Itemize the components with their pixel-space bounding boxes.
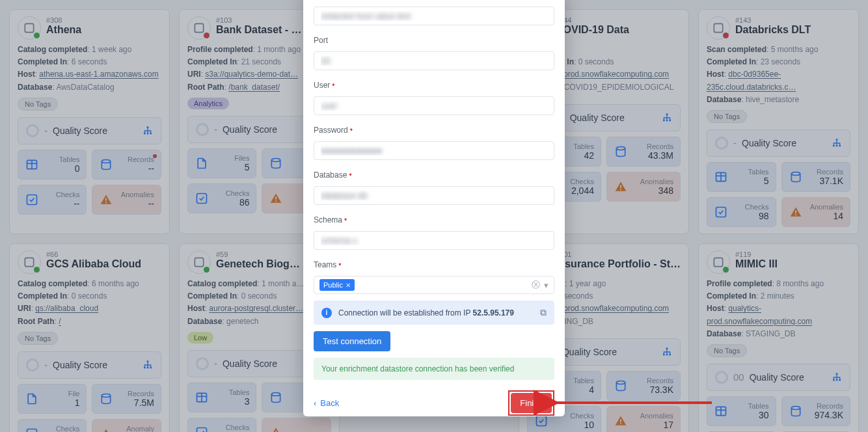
password-label: Password• [314, 126, 554, 135]
password-input[interactable] [314, 141, 554, 160]
database-input[interactable] [314, 186, 554, 205]
copy-icon[interactable]: ⧉ [540, 307, 547, 318]
database-label: Database• [314, 170, 554, 180]
finish-highlight: Finish [508, 390, 554, 416]
ip-info: i Connection will be established from IP… [314, 301, 554, 325]
chevron-left-icon: ‹ [314, 398, 316, 408]
clear-icon[interactable]: ⓧ [532, 279, 540, 291]
connection-dialog: Host• Port User• Password• Database• Sch… [303, 0, 565, 416]
teams-label: Teams• [314, 260, 554, 269]
test-connection-button[interactable]: Test connection [314, 331, 390, 351]
host-input[interactable] [314, 7, 554, 25]
modal-overlay: Host• Port User• Password• Database• Sch… [0, 0, 868, 432]
schema-label: Schema• [314, 215, 554, 224]
teams-select[interactable]: Public✕ ⓧ ▾ [314, 276, 554, 294]
user-input[interactable] [314, 96, 554, 115]
chevron-down-icon[interactable]: ▾ [544, 280, 549, 290]
back-button[interactable]: ‹ Back [314, 398, 339, 408]
finish-button[interactable]: Finish [511, 393, 552, 413]
chip-remove-icon[interactable]: ✕ [346, 282, 351, 289]
success-message: Your enrichment datastore connection has… [314, 358, 554, 380]
info-icon: i [321, 308, 332, 318]
schema-input[interactable] [314, 231, 554, 250]
port-label: Port [314, 36, 554, 45]
user-label: User• [314, 81, 554, 90]
port-input[interactable] [314, 51, 554, 70]
team-chip[interactable]: Public✕ [319, 279, 355, 291]
